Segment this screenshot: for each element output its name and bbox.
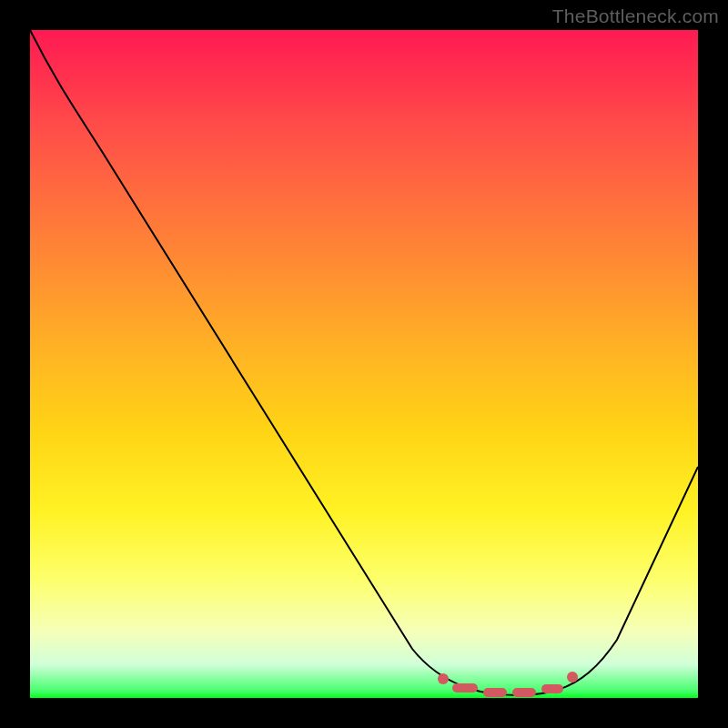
marker-dash (512, 688, 536, 697)
marker-dash (452, 683, 478, 693)
marker-dash (483, 688, 507, 697)
optimal-range-markers (30, 30, 698, 698)
marker-dot (567, 672, 578, 682)
chart-frame: TheBottleneck.com (0, 0, 728, 728)
marker-dash (541, 684, 563, 693)
watermark-text: TheBottleneck.com (552, 5, 719, 27)
marker-dot (438, 673, 449, 684)
plot-area (30, 30, 698, 698)
